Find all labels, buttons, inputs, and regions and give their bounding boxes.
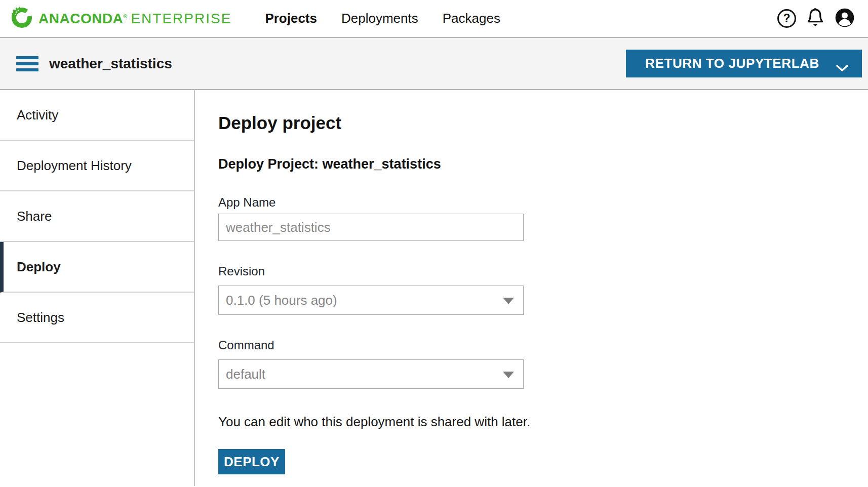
deploy-form-content: Deploy project Deploy Project: weather_s…	[195, 90, 868, 486]
page-title: Deploy project	[218, 112, 868, 134]
help-icon[interactable]: ?	[777, 9, 796, 28]
return-to-jupyterlab-label: RETURN TO JUPYTERLAB	[645, 56, 819, 71]
brand-primary-text: ANACONDA	[38, 11, 123, 26]
page-body: Activity Deployment History Share Deploy…	[0, 90, 868, 486]
topbar-icon-group: ?	[777, 7, 855, 30]
revision-select[interactable]: 0.1.0 (5 hours ago)	[218, 286, 524, 315]
top-navigation-bar: ANACONDA®ENTERPRISE Projects Deployments…	[0, 0, 868, 38]
account-avatar-icon[interactable]	[835, 8, 855, 30]
primary-nav: Projects Deployments Packages	[265, 11, 500, 26]
deploy-button[interactable]: DEPLOY	[218, 449, 285, 474]
app-name-input[interactable]	[218, 214, 524, 241]
return-to-jupyterlab-button[interactable]: RETURN TO JUPYTERLAB	[626, 50, 862, 77]
brand-registered-mark: ®	[123, 13, 127, 19]
nav-item-packages[interactable]: Packages	[443, 11, 500, 26]
select-caret-icon	[503, 372, 514, 378]
notifications-bell-icon[interactable]	[805, 7, 825, 30]
revision-selected-value: 0.1.0 (5 hours ago)	[226, 293, 337, 308]
anaconda-logo-icon	[10, 6, 33, 31]
app-name-label: App Name	[218, 195, 868, 210]
sidebar-item-deployment-history[interactable]: Deployment History	[0, 141, 194, 191]
command-label: Command	[218, 338, 868, 352]
project-header-bar: weather_statistics RETURN TO JUPYTERLAB	[0, 38, 868, 90]
brand-wordmark: ANACONDA®ENTERPRISE	[38, 11, 231, 27]
sidebar-item-settings[interactable]: Settings	[0, 293, 194, 343]
deploy-project-subtitle: Deploy Project: weather_statistics	[218, 156, 868, 172]
command-select[interactable]: default	[218, 359, 524, 389]
sharing-note-text: You can edit who this deployment is shar…	[218, 414, 868, 430]
sidebar-item-deploy[interactable]: Deploy	[0, 242, 194, 293]
sidebar-item-activity[interactable]: Activity	[0, 90, 194, 141]
chevron-down-icon	[836, 60, 849, 76]
project-sidebar: Activity Deployment History Share Deploy…	[0, 90, 195, 486]
brand-secondary-text: ENTERPRISE	[131, 11, 231, 26]
project-title: weather_statistics	[49, 56, 172, 72]
nav-item-deployments[interactable]: Deployments	[341, 11, 418, 26]
sidebar-item-share[interactable]: Share	[0, 191, 194, 242]
select-caret-icon	[503, 298, 514, 304]
revision-label: Revision	[218, 264, 868, 278]
nav-item-projects[interactable]: Projects	[265, 11, 317, 26]
command-selected-value: default	[226, 367, 265, 382]
hamburger-menu-icon[interactable]	[16, 56, 38, 71]
anaconda-logo-link[interactable]: ANACONDA®ENTERPRISE	[10, 6, 231, 31]
